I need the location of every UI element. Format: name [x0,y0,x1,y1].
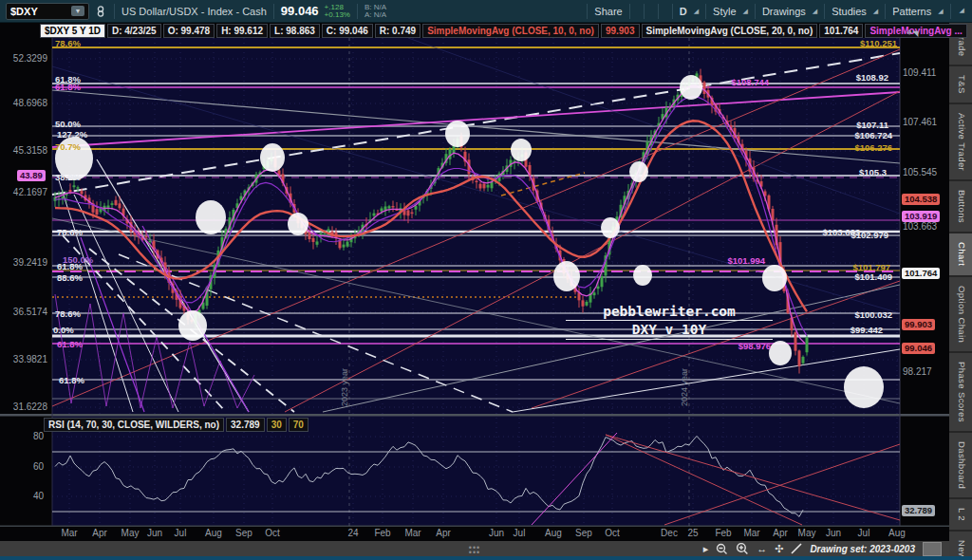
sidebar-tab-phase-scores[interactable]: Phase Scores [949,353,972,433]
top-toolbar: $DXY ▼ US Dollar/USDX - Index - Cash 99.… [0,0,972,23]
timeframe-button[interactable]: D◢ [680,6,699,17]
watermark-site: pebblewriter.com [566,304,773,321]
chart-header-row: $DXY 5 Y 1DD: 4/23/25O: 99.478H: 99.612L… [40,24,967,38]
right-axis-tick: 107.461 [903,117,948,127]
sidebar-tab-active-trader[interactable]: Active Trader [949,104,972,181]
sma10-label-badge: SimpleMovingAvg (CLOSE, 10, 0, no) [422,24,599,38]
time-axis-label: Sep [228,528,260,538]
left-axis-tick: 42.1697 [0,187,47,197]
ohlc-badge: H: 99.612 [216,24,268,38]
bottom-right-controls: ▸ ↔ ✣ Drawing set: 2023-0203 [703,541,942,556]
price-level-label: $99.442 [850,325,883,335]
link-icon[interactable] [94,5,107,18]
sidebar-tab-chart[interactable]: Chart [949,233,972,276]
right-axis-tick: 103.663 [903,221,948,232]
rsi-header-row: RSI (14, 70, 30, CLOSE, WILDERS, no)32.7… [44,418,308,432]
time-axis-label: Mar [53,528,85,538]
drawing-pencil-icon[interactable] [791,543,802,554]
ohlc-badge: D: 4/23/25 [107,24,161,38]
scrollbar-grip[interactable]: •••••• [461,546,488,551]
price-level-label: $110.251 [860,38,897,48]
fib-level-label: 61.8% [57,261,83,271]
left-axis-tick: 39.2419 [0,257,47,268]
fib-level-label: 127.2% [57,129,87,140]
time-axis-label: Mar [736,528,768,538]
year-divider-label: 2024 year [680,368,689,406]
patterns-button[interactable]: Patterns◢ [892,6,943,17]
sidebar-tab-buttons[interactable]: Buttons [949,181,972,233]
cursor-style-icon[interactable]: ⌖◥ [907,27,918,39]
sidebar-tab-dashboard[interactable]: Dashboard [949,433,972,499]
rsi-axis-tick: 60 [0,461,44,472]
price-level-label: $108.92 [856,72,888,83]
studies-button[interactable]: Studies◢ [832,6,878,17]
bid-ask: B: N/AA: N/A [364,4,386,19]
time-axis-label: Mar [397,528,429,538]
left-axis-tick: 36.5174 [0,307,47,317]
bottom-accent-bar [0,556,972,560]
left-axis-price-badge: 43.89 [17,170,46,181]
price-level-label: $101.994 [727,255,765,266]
watermark: pebblewriter.com DXY v 10Y [566,304,773,340]
zoom-in-icon[interactable] [736,542,749,555]
right-axis-tick: 98.217 [903,366,948,377]
time-axis-label: Jun [817,528,850,538]
symbol-input[interactable]: $DXY ▼ [6,3,89,20]
time-axis-label: 24 [337,528,369,538]
zoom-out-icon[interactable] [716,543,728,555]
time-axis-label: Apr [84,528,116,538]
fib-level-label: 88.6% [57,272,83,283]
time-axis-label: Aug [537,528,570,538]
watermark-title: DXY v 10Y [566,321,773,340]
left-axis-tick: 48.6968 [0,98,47,108]
sma20-value-badge: 101.764 [819,24,863,38]
time-axis-label: Jul [848,528,880,538]
symbol-dropdown-icon[interactable]: ▼ [71,6,84,16]
style-button[interactable]: Style◢ [713,6,748,17]
right-axis-price-badge: 99.046 [902,343,935,354]
sidebar-tab-l-2[interactable]: L 2 [949,499,972,532]
price-change: +.128+0.13% [325,4,350,19]
expand-right-icon[interactable]: ▸ [703,541,709,556]
time-axis-label: Aug [197,528,230,538]
chart-symbol-badge: $DXY 5 Y 1D [40,24,105,38]
time-axis-label: Apr [427,528,459,538]
horizontal-fit-icon[interactable]: ↔ [757,541,767,556]
sma20-label-badge: SimpleMovingAvg (CLOSE, 20, 0, no) [642,24,818,38]
price-level-label: $102.979 [850,230,888,240]
rsi-value-badge: 32.789 [226,418,265,432]
tos-platform-window: $DXY ▼ US Dollar/USDX - Index - Cash 99.… [0,0,972,560]
symbol-text: $DXY [10,6,38,17]
right-axis-price-badge: 104.538 [902,194,940,205]
fib-level-label: 70.7% [55,141,81,152]
time-scrollbar[interactable]: •••••• ▸ ↔ ✣ Drawing set: 2023-0203 [0,541,949,556]
right-axis-price-badge: 101.764 [902,268,940,279]
price-chart-canvas[interactable] [0,23,949,560]
rsi-low-band-badge: 30 [267,418,287,432]
share-button[interactable]: Share [594,6,622,17]
right-axis-price-badge: 99.903 [902,319,935,330]
time-axis-label: Jul [503,528,535,538]
time-axis-label: Aug [881,528,913,538]
price-level-label: $106.724 [854,130,892,140]
ohlc-badge: L: 98.863 [270,24,320,38]
fib-level-label: 61.8% [55,82,81,92]
chart-menu-button[interactable]: ◢ [958,7,964,16]
left-axis-tick: 45.3158 [0,145,47,156]
drawings-button[interactable]: Drawings◢ [762,6,817,17]
fib-level-label: 38.2% [55,172,81,182]
fib-level-label: 61.8% [59,375,84,385]
fib-level-label: 61.8% [57,339,83,349]
ohlc-badge: R: 0.749 [375,24,421,38]
symbol-description: US Dollar/USDX - Index - Cash [122,6,267,17]
drawing-set-label[interactable]: Drawing set: 2023-0203 [810,544,915,554]
corner-resize-handle[interactable] [923,542,942,556]
right-axis-price-badge: 103.919 [902,211,940,222]
right-axis-tick: 109.411 [903,67,948,78]
pan-icon[interactable]: ✣ [775,541,783,556]
sidebar-tab-option-chain[interactable]: Option Chain [949,277,972,353]
time-axis-label: Jul [164,528,196,538]
rsi-value-badge-axis: 32.789 [902,505,935,516]
rsi-high-band-badge: 70 [289,418,308,432]
sidebar-tab-t-s[interactable]: T&S [949,66,972,104]
